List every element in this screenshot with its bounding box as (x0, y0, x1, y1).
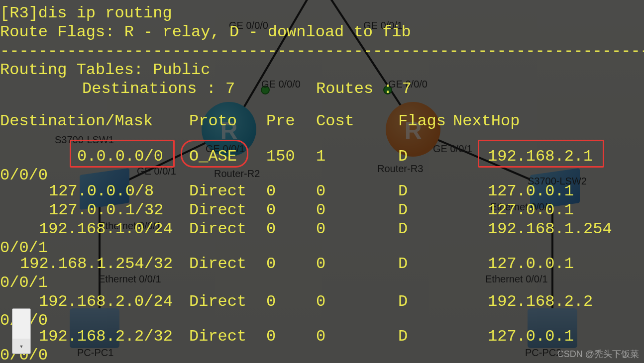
row1-cost: 0 (316, 182, 325, 201)
row2-cost: 0 (316, 201, 325, 220)
row0-cost: 1 (316, 147, 325, 166)
routes-count: Routes : 7 (316, 80, 412, 98)
row5-proto: Direct (189, 292, 246, 311)
row6-flags: D (398, 327, 408, 346)
highlight-box-nexthop (478, 140, 604, 168)
row6-dest: 192.168.2.2/32 (39, 327, 173, 346)
row2-proto: Direct (189, 201, 246, 220)
row6-nexthop: 127.0.0.1 (488, 327, 574, 346)
row4-cost: 0 (316, 255, 325, 273)
destinations-count: Destinations : 7 (82, 80, 235, 98)
row5-nexthop: 192.168.2.2 (488, 292, 593, 311)
watermark-text: CSDN @秃头下饭菜 (557, 348, 639, 360)
row4-dest: 192.168.1.254/32 (20, 255, 173, 273)
row3-cost: 0 (316, 220, 325, 239)
divider-line: ----------------------------------------… (0, 42, 644, 60)
row0-flags: D (398, 147, 408, 166)
col-flags: Flags (398, 112, 446, 131)
col-pre: Pre (266, 112, 295, 131)
row4-pre: 0 (266, 255, 276, 273)
row2-dest: 127.0.0.1/32 (49, 201, 163, 220)
highlight-box-dest (70, 140, 175, 168)
row5-dest: 192.168.2.0/24 (39, 292, 173, 311)
scrollbar-track[interactable] (12, 309, 30, 339)
row6-cost: 0 (316, 327, 325, 346)
row1-dest: 127.0.0.0/8 (49, 182, 154, 201)
row5-cost: 0 (316, 292, 325, 311)
col-dest: Destination/Mask (0, 112, 153, 131)
row2-nexthop: 127.0.0.1 (488, 201, 574, 220)
scrollbar[interactable]: ▾ (12, 308, 31, 354)
row4-iface: 0/0/1 (0, 273, 48, 292)
row3-proto: Direct (189, 220, 246, 239)
row3-pre: 0 (266, 220, 276, 239)
terminal-overlay[interactable]: [R3]dis ip routing Route Flags: R - rela… (0, 0, 644, 363)
scrollbar-down-icon[interactable]: ▾ (12, 339, 30, 354)
row0-pre: 150 (266, 147, 295, 166)
col-cost: Cost (316, 112, 354, 131)
row1-pre: 0 (266, 182, 276, 201)
row3-flags: D (398, 220, 408, 239)
row3-dest: 192.168.1.0/24 (39, 220, 173, 239)
highlight-box-proto (181, 140, 248, 168)
col-proto: Proto (189, 112, 237, 131)
row2-pre: 0 (266, 201, 276, 220)
row6-pre: 0 (266, 327, 276, 346)
row2-flags: D (398, 201, 408, 220)
row4-proto: Direct (189, 255, 246, 273)
row5-flags: D (398, 292, 408, 311)
row4-nexthop: 127.0.0.1 (488, 255, 574, 273)
prompt-line: [R3]dis ip routing (0, 4, 172, 23)
routing-tables-line: Routing Tables: Public (0, 61, 210, 80)
row1-flags: D (398, 182, 408, 201)
row6-proto: Direct (189, 327, 246, 346)
row0-iface: 0/0/0 (0, 166, 48, 185)
row5-pre: 0 (266, 292, 276, 311)
row1-proto: Direct (189, 182, 246, 201)
row3-nexthop: 192.168.1.254 (488, 220, 612, 239)
route-flags-line: Route Flags: R - relay, D - download to … (0, 23, 411, 42)
row1-nexthop: 127.0.0.1 (488, 182, 574, 201)
col-nexthop: NextHop (453, 112, 520, 131)
row4-flags: D (398, 255, 408, 273)
